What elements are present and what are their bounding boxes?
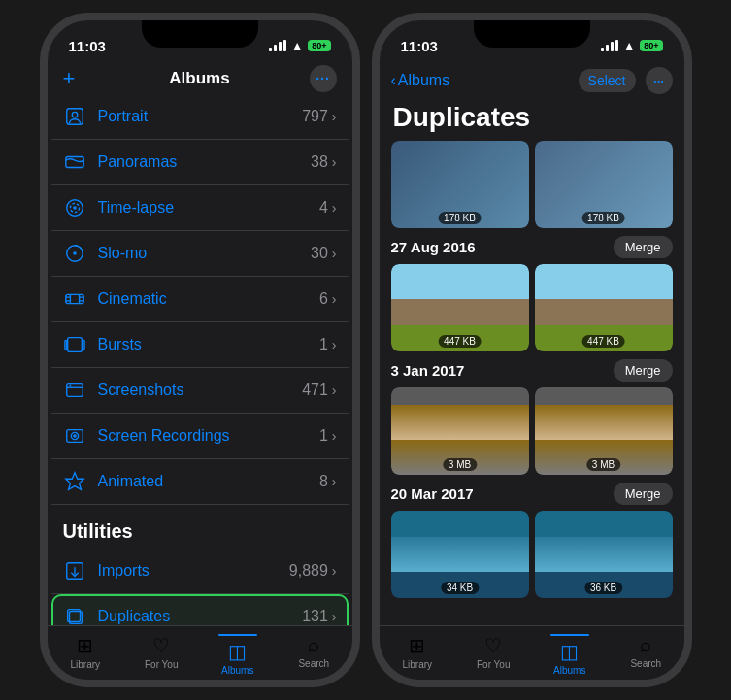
tab-search-right[interactable]: ⌕ Search (608, 634, 684, 676)
date-row-2: 3 Jan 2017 Merge (391, 359, 673, 382)
time-left: 11:03 (69, 38, 106, 54)
duplicates-page-title: Duplicates (380, 98, 684, 141)
svg-marker-17 (65, 473, 83, 489)
tab-albums-label-right: Albums (553, 665, 585, 676)
album-count-screenshots: 471 (302, 382, 328, 399)
albums-title: Albums (169, 69, 229, 88)
album-name-bursts: Bursts (98, 336, 319, 353)
photo-size-badge-2-1: 3 MB (443, 458, 477, 471)
utilities-section-header: Utilities (51, 505, 349, 549)
tab-for-you-right[interactable]: ♡ For You (455, 634, 532, 676)
album-count-timelapse: 4 (319, 199, 328, 217)
select-button[interactable]: Select (579, 69, 636, 92)
date-section-3: 20 Mar 2017 Merge 34 KB 36 KB (391, 483, 673, 598)
chevron-bursts: › (332, 337, 337, 352)
tab-search-label-right: Search (630, 658, 661, 669)
photo-size-badge-3-1: 34 KB (441, 582, 479, 594)
svg-rect-11 (83, 340, 84, 349)
tab-for-you-left[interactable]: ♡ For You (123, 634, 200, 676)
left-phone: 11:03 ▲ 80+ + Albums ··· (40, 13, 360, 687)
album-item-imports[interactable]: Imports 9,889 › (51, 549, 349, 594)
album-item-screen-recordings[interactable]: Screen Recordings 1 › (51, 414, 349, 459)
album-name-slomo: Slo-mo (98, 245, 312, 262)
album-item-cinematic[interactable]: Cinematic 6 › (51, 277, 349, 322)
for-you-tab-icon-right: ♡ (484, 634, 502, 657)
add-album-button[interactable]: + (63, 66, 76, 91)
more-dots-right-icon: ··· (653, 74, 664, 88)
photo-thumb-1-1[interactable]: 447 KB (391, 264, 529, 351)
photo-pair-3: 34 KB 36 KB (391, 511, 673, 598)
album-name-screen-recordings: Screen Recordings (98, 427, 319, 445)
photo-pair-1: 447 KB 447 KB (391, 264, 673, 351)
album-item-screenshots[interactable]: Screenshots 471 › (51, 368, 349, 414)
tab-search-left[interactable]: ⌕ Search (276, 634, 352, 676)
chevron-animated: › (332, 474, 337, 489)
tab-for-you-label-left: For You (145, 659, 178, 670)
svg-point-5 (73, 206, 77, 210)
album-item-panoramas[interactable]: Panoramas 38 › (51, 140, 349, 185)
battery-badge-right: 80+ (640, 40, 662, 51)
more-button-right[interactable]: ··· (646, 67, 673, 94)
album-item-duplicates[interactable]: Duplicates 131 › (51, 594, 349, 625)
album-count-animated: 8 (319, 473, 328, 490)
photo-size-badge-0-2: 178 KB (581, 212, 625, 224)
album-item-bursts[interactable]: Bursts 1 › (51, 322, 349, 368)
merge-button-3[interactable]: Merge (614, 483, 673, 505)
photo-thumb-2-2[interactable]: 3 MB (535, 387, 673, 475)
photo-thumb-1-2[interactable]: 447 KB (535, 264, 673, 351)
svg-point-1 (72, 112, 78, 117)
photo-thumb-3-1[interactable]: 34 KB (391, 511, 529, 598)
photo-thumb-2-1[interactable]: 3 MB (391, 387, 529, 475)
album-name-imports: Imports (98, 562, 289, 580)
signal-bar-4 (283, 40, 286, 51)
album-count-portrait: 797 (302, 108, 328, 125)
album-item-animated[interactable]: Animated 8 › (51, 459, 349, 505)
for-you-tab-icon: ♡ (152, 634, 170, 657)
chevron-cinematic: › (332, 291, 337, 307)
album-name-screenshots: Screenshots (98, 382, 303, 399)
album-name-timelapse: Time-lapse (98, 199, 319, 217)
albums-list: Portrait 797 › Panoramas 38 › Time-lapse… (48, 94, 352, 625)
tab-library-left[interactable]: ⊞ Library (48, 634, 124, 676)
signal-bar-1 (269, 48, 272, 51)
photo-thumb-3-2[interactable]: 36 KB (535, 511, 673, 598)
duplicates-icon (63, 605, 86, 625)
tab-albums-left[interactable]: ◫ Albums (200, 634, 277, 676)
signal-bar-r1 (601, 48, 604, 51)
tab-library-right[interactable]: ⊞ Library (380, 634, 456, 676)
date-section-1: 27 Aug 2016 Merge 447 KB 447 KB (391, 236, 673, 351)
battery-badge-left: 80+ (308, 40, 330, 51)
chevron-slomo: › (332, 246, 337, 261)
animated-icon (63, 470, 86, 493)
album-count-duplicates: 131 (302, 608, 328, 625)
merge-button-2[interactable]: Merge (614, 359, 673, 382)
tab-library-label-right: Library (402, 659, 432, 670)
photo-size-badge-3-2: 36 KB (584, 582, 622, 594)
tab-active-indicator-left (218, 634, 257, 636)
tab-albums-right[interactable]: ◫ Albums (532, 634, 609, 676)
bursts-icon (63, 333, 86, 356)
album-name-panoramas: Panoramas (98, 153, 312, 171)
date-section-0: 178 KB 178 KB (391, 141, 673, 228)
album-item-portrait[interactable]: Portrait 797 › (51, 94, 349, 140)
albums-more-button[interactable]: ··· (310, 65, 337, 92)
back-to-albums-button[interactable]: ‹ Albums (391, 72, 450, 89)
svg-rect-10 (64, 340, 66, 349)
date-label-3: 20 Mar 2017 (391, 485, 474, 502)
merge-button-1[interactable]: Merge (614, 236, 673, 258)
more-dots-icon: ··· (316, 71, 330, 86)
signal-bar-2 (274, 45, 277, 51)
nav-actions-right: Select ··· (579, 67, 673, 94)
album-count-bursts: 1 (319, 336, 328, 353)
album-name-cinematic: Cinematic (98, 290, 319, 308)
album-item-slomo[interactable]: Slo-mo 30 › (51, 231, 349, 277)
album-name-animated: Animated (98, 473, 319, 490)
album-item-timelapse[interactable]: Time-lapse 4 › (51, 185, 349, 231)
photo-thumb-0-1[interactable]: 178 KB (391, 141, 529, 228)
slomo-icon (63, 242, 86, 265)
tab-bar-right: ⊞ Library ♡ For You ◫ Albums ⌕ Search (380, 625, 684, 680)
photo-thumb-0-2[interactable]: 178 KB (535, 141, 673, 228)
chevron-screenshots: › (332, 383, 337, 398)
search-tab-icon-left: ⌕ (308, 634, 319, 656)
photo-pair-0: 178 KB 178 KB (391, 141, 673, 228)
